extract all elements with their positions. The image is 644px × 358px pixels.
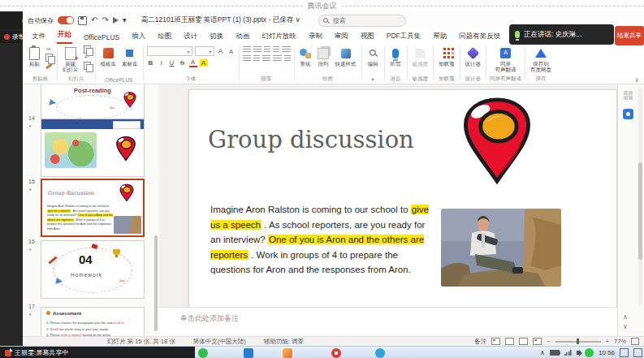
cut-icon[interactable]: ✂ [45,46,54,53]
zoom-level[interactable]: 77% [614,338,626,345]
font-name-select[interactable]: ▾ [147,46,192,56]
grow-font-icon[interactable]: A [217,47,225,55]
notification-center-icon[interactable] [620,348,629,357]
tab-pdf-tools[interactable]: PDF工具集 [386,29,422,44]
tab-help[interactable]: 帮助 [432,29,447,44]
zoom-slider-handle[interactable] [577,339,579,344]
quick-styles-button[interactable]: 快速样式 [334,46,358,67]
thumbnail-scrollbar[interactable] [154,235,158,331]
notes-pane[interactable]: 单击此处添加备注 [159,307,617,337]
section-icon[interactable] [84,62,91,70]
slide-canvas[interactable]: Group discussion Imagine Aron Ralston is… [188,89,617,308]
tab-view[interactable]: 视图 [360,29,375,44]
layout-icon[interactable] [84,45,91,54]
slide-title[interactable]: Group discussion [208,126,414,153]
new-slide-button[interactable]: 新建 幻灯片 [61,46,80,74]
font-color-icon[interactable]: A [189,58,197,67]
slide-sorter-view-icon[interactable] [505,338,514,345]
taskbar-telegram-icon[interactable] [375,348,385,358]
tray-green-app-icon[interactable] [585,348,594,357]
bullets-icon[interactable] [243,46,251,53]
taskbar-meeting-icon[interactable] [283,348,292,358]
network-icon[interactable] [564,350,572,356]
strikethrough-icon[interactable]: S [179,59,187,67]
tab-slideshow[interactable]: 幻灯片放映 [261,29,297,44]
start-slideshow-icon[interactable] [113,17,119,24]
tab-draw[interactable]: 绘图 [157,29,172,44]
columns-icon[interactable] [284,55,291,62]
sensitivity-button[interactable]: 敏感度 [411,46,430,67]
italic-icon[interactable]: I [158,59,166,67]
search-input[interactable] [331,16,391,25]
line-spacing-icon[interactable] [282,46,291,53]
tab-design[interactable]: 设计 [183,29,198,44]
font-size-select[interactable]: ▾ [195,46,214,56]
indent-decrease-icon[interactable] [264,46,270,53]
notes-placeholder[interactable]: 单击此处添加备注 [180,313,239,324]
search-input-wrap[interactable] [318,15,406,27]
taskbar-wechat-icon[interactable] [198,348,208,358]
copy-icon[interactable] [45,54,53,62]
align-right-icon[interactable] [262,55,270,62]
show-desktop-icon[interactable] [633,348,642,357]
numbering-icon[interactable] [253,46,261,53]
live-translate-button[interactable]: A同屏 有声翻译 [494,46,518,74]
vertical-scrollbar-thumb[interactable] [638,162,642,260]
tab-animations[interactable]: 动画 [235,29,250,44]
addins-button[interactable]: 加载项 [437,46,456,67]
thumbnail-slide-16[interactable]: 04 Homework ✂ [41,240,145,299]
tab-review[interactable]: 审阅 [334,29,349,44]
underline-icon[interactable]: U [168,59,176,67]
justify-icon[interactable] [273,55,282,62]
dictate-button[interactable]: 听写 [388,46,404,67]
end-share-button[interactable]: 结束共享 [615,26,644,45]
title-dropdown-icon[interactable]: ∨ [296,15,300,24]
collapse-ribbon-icon[interactable]: ∨ [634,76,639,84]
thumbnail-slide-15-selected[interactable]: Group discussion Imagine Aron Ralston is… [41,179,145,237]
editing-dropdown-icon[interactable]: ▾ [371,75,374,83]
thumbnail-slide-13[interactable]: Post-reading ✂ [41,84,145,120]
save-to-netdisk-button[interactable]: 保存到 百度网盘 [529,46,553,74]
tab-file[interactable]: 文件 [31,29,46,44]
next-slide-icon[interactable]: ∨ [623,323,628,330]
volume-icon[interactable] [577,351,580,355]
qat-customize-icon[interactable]: ▾ [123,16,127,24]
designer-button[interactable]: 设计器 [464,46,483,67]
format-painter-icon[interactable] [45,63,53,69]
align-center-icon[interactable] [253,55,260,62]
language-status[interactable]: 简体中文(中国大陆) [193,338,246,346]
arrange-button[interactable]: 排列 [316,46,331,67]
undo-icon[interactable]: ↶ [91,16,97,24]
tray-expand-icon[interactable]: ∧ [540,349,545,356]
taskbar-record-app-icon[interactable] [331,348,341,358]
slide-body-text[interactable]: Imagine Aron Ralston is coming to our sc… [210,202,438,278]
tab-feedback[interactable]: 问题有奖反馈 [458,29,501,44]
autosave-toggle[interactable] [58,16,74,24]
fit-to-window-icon[interactable] [631,338,639,345]
save-icon[interactable] [78,16,87,25]
clock[interactable]: 10:56 [599,349,615,356]
tab-insert[interactable]: 插入 [131,29,146,44]
design-ideas-icon[interactable] [623,109,633,119]
previous-slide-icon[interactable]: ∧ [623,313,628,321]
annotation-pen-icon[interactable] [5,350,11,356]
notes-toggle-button[interactable]: 备注 [474,338,486,346]
layout-grid-icon[interactable] [624,91,633,100]
text-highlight-icon[interactable]: A [200,59,208,67]
tab-officeplus[interactable]: OfficePLUS [83,31,120,44]
shapes-button[interactable]: 形状 [298,46,313,67]
battery-icon[interactable] [550,350,560,356]
slideshow-view-icon[interactable] [533,338,542,345]
map-pin-icon[interactable] [457,97,537,184]
accessibility-status[interactable]: 辅助功能: 调查 [264,338,304,346]
tab-transitions[interactable]: 切换 [209,29,224,44]
zoom-slider[interactable] [555,341,601,343]
thumbnail-slide-17[interactable]: Assessment 1. Please choose the paragrap… [41,307,145,336]
aron-ralston-photo[interactable] [441,209,561,287]
asset-library-button[interactable]: 素材库 [120,46,140,67]
align-left-icon[interactable] [243,55,251,62]
taskbar-app-icon[interactable] [244,348,253,358]
paste-button[interactable]: 粘贴 [27,46,42,67]
thumbnail-slide-14[interactable] [41,119,145,177]
redo-icon[interactable]: ↷ [102,16,108,24]
